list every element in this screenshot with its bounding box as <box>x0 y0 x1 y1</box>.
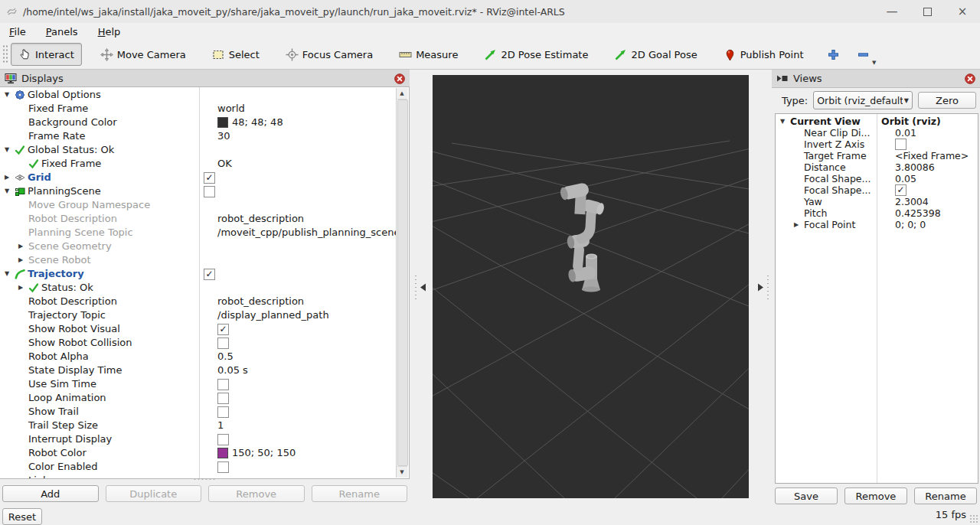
menu-file[interactable]: File <box>9 26 26 38</box>
tree-row[interactable]: Move Group Namespace <box>0 198 397 212</box>
tree-row[interactable]: ▼Global Options <box>0 88 397 102</box>
expand-arrow-icon[interactable]: ▶ <box>18 474 28 479</box>
color-swatch[interactable] <box>217 448 228 458</box>
checkbox[interactable]: ✓ <box>217 324 229 335</box>
checkbox[interactable] <box>217 393 229 404</box>
tool-focus-camera[interactable]: Focus Camera <box>278 43 381 66</box>
tool-select[interactable]: Select <box>204 43 267 66</box>
tree-row[interactable]: ▶Focal Point0; 0; 0 <box>776 219 976 230</box>
tool-move-camera[interactable]: Move Camera <box>93 43 194 66</box>
tree-row[interactable]: Trajectory Topic/display_planned_path <box>0 308 397 322</box>
close-displays-icon[interactable] <box>394 73 405 84</box>
property-value[interactable]: 1 <box>217 419 224 432</box>
tree-row[interactable]: Robot Descriptionrobot_description <box>0 212 397 226</box>
tool-interact[interactable]: Interact <box>11 43 82 66</box>
tree-row[interactable]: Trail Step Size1 <box>0 419 397 432</box>
collapse-arrow-icon[interactable]: ▼ <box>5 184 15 198</box>
tree-row[interactable]: ▼PlanningScene <box>0 184 397 198</box>
collapse-arrow-icon[interactable]: ▼ <box>780 116 790 127</box>
close-window-button[interactable]: × <box>945 0 980 23</box>
tool-remove-tool[interactable]: ▼ <box>851 43 875 66</box>
scrollbar-thumb[interactable] <box>397 99 408 466</box>
property-value[interactable]: /moveit_cpp/publish_planning_scene <box>217 226 397 240</box>
window-resize-grip[interactable] <box>969 514 978 523</box>
scroll-up-icon[interactable]: ▲ <box>397 88 407 99</box>
collapse-arrow-icon[interactable]: ▼ <box>5 88 15 102</box>
right-splitter-handle[interactable] <box>766 274 769 300</box>
toolbar-drag-handle[interactable] <box>2 44 8 64</box>
left-splitter-handle[interactable] <box>414 274 417 300</box>
menu-panels[interactable]: Panels <box>46 26 78 38</box>
tree-row[interactable]: Fixed Frameworld <box>0 102 397 116</box>
tree-row[interactable]: Invert Z Axis <box>776 139 976 150</box>
3d-viewport[interactable] <box>433 75 749 498</box>
tree-row[interactable]: ▶Scene Robot <box>0 253 397 267</box>
save-button[interactable]: Save <box>775 488 838 504</box>
tree-row[interactable]: Target Frame<Fixed Frame> <box>776 150 976 161</box>
property-value[interactable]: OK <box>217 157 232 171</box>
tree-row[interactable]: ▶Grid✓ <box>0 171 397 184</box>
property-value[interactable]: 30 <box>217 129 230 143</box>
expand-arrow-icon[interactable]: ▶ <box>794 219 804 230</box>
tree-row[interactable]: Pitch0.425398 <box>776 207 976 219</box>
tree-row[interactable]: Focal Shape...✓ <box>776 184 976 196</box>
tree-row[interactable]: Interrupt Display <box>0 432 397 446</box>
tree-row[interactable]: Focal Shape...0.05 <box>776 173 976 184</box>
property-value[interactable]: 0.5 <box>217 350 234 364</box>
tree-row[interactable]: Robot Color150; 50; 150 <box>0 446 397 460</box>
tree-row[interactable]: ▼Global Status: Ok <box>0 143 397 157</box>
tree-row[interactable]: Robot Alpha0.5 <box>0 350 397 364</box>
property-value[interactable]: 0.05 <box>895 173 916 184</box>
reset-button[interactable]: Reset <box>2 508 42 525</box>
property-value[interactable]: 0; 0; 0 <box>895 219 926 230</box>
checkbox[interactable]: ✓ <box>895 184 906 196</box>
remove-button[interactable]: Remove <box>844 488 907 504</box>
checkbox[interactable] <box>217 461 229 473</box>
maximize-window-button[interactable] <box>910 0 945 23</box>
tree-row[interactable]: Show Robot Collision <box>0 336 397 350</box>
tree-row[interactable]: Planning Scene Topic/moveit_cpp/publish_… <box>0 226 397 240</box>
checkbox[interactable]: ✓ <box>204 269 215 280</box>
rename-button[interactable]: Rename <box>914 488 977 504</box>
view-type-dropdown[interactable]: Orbit (rviz_default_ ▼ <box>813 91 913 109</box>
views-panel-header[interactable]: Views <box>772 69 980 88</box>
tree-row[interactable]: Frame Rate30 <box>0 129 397 143</box>
property-value[interactable]: 0.05 s <box>217 364 248 377</box>
checkbox[interactable] <box>895 139 906 150</box>
minimize-window-button[interactable]: — <box>874 0 910 23</box>
tree-row[interactable]: Color Enabled <box>0 460 397 474</box>
tool-publish-point[interactable]: Publish Point <box>716 43 812 66</box>
scroll-down-icon[interactable]: ▼ <box>397 466 407 478</box>
collapse-left-panel-icon[interactable] <box>420 272 429 302</box>
collapse-arrow-icon[interactable]: ▼ <box>5 143 15 157</box>
tool-2d-pose-estimate[interactable]: 2D Pose Estimate <box>476 43 596 66</box>
checkbox[interactable]: ✓ <box>204 172 215 184</box>
add-button[interactable]: Add <box>2 485 99 502</box>
close-views-icon[interactable] <box>965 73 975 84</box>
property-value[interactable]: 0.425398 <box>895 207 941 219</box>
property-value[interactable]: world <box>217 102 245 116</box>
collapse-right-panel-icon[interactable] <box>757 272 766 302</box>
tree-row[interactable]: Background Color48; 48; 48 <box>0 116 397 129</box>
property-value[interactable]: 0.01 <box>895 127 916 139</box>
expand-arrow-icon[interactable]: ▶ <box>5 171 15 184</box>
tree-row[interactable]: Distance3.80086 <box>776 161 976 173</box>
property-value[interactable]: robot_description <box>217 212 304 226</box>
tree-row[interactable]: Loop Animation <box>0 391 397 405</box>
tree-row[interactable]: Robot Descriptionrobot_description <box>0 295 397 308</box>
collapse-arrow-icon[interactable]: ▼ <box>5 267 15 281</box>
tree-row[interactable]: Use Sim Time <box>0 377 397 391</box>
tree-row[interactable]: State Display Time0.05 s <box>0 364 397 377</box>
menu-help[interactable]: Help <box>98 26 121 38</box>
tool-2d-goal-pose[interactable]: 2D Goal Pose <box>606 43 704 66</box>
tree-row[interactable]: Near Clip Di...0.01 <box>776 127 976 139</box>
expand-arrow-icon[interactable]: ▶ <box>18 253 28 267</box>
checkbox[interactable] <box>217 406 229 418</box>
tree-row[interactable]: ▶Scene Geometry <box>0 240 397 253</box>
checkbox[interactable] <box>217 434 229 445</box>
displays-scrollbar[interactable]: ▲ ▼ <box>396 88 408 478</box>
color-swatch[interactable] <box>217 117 228 128</box>
property-value[interactable]: Orbit (rviz) <box>881 116 941 127</box>
zero-button[interactable]: Zero <box>918 92 976 109</box>
tree-row[interactable]: Yaw2.3004 <box>776 196 976 207</box>
